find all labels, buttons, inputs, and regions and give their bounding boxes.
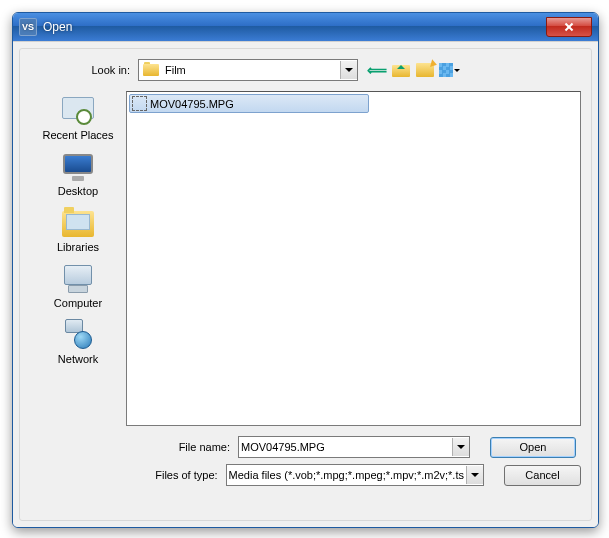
folder-up-icon (392, 63, 410, 77)
close-button[interactable] (546, 17, 592, 37)
filename-label: File name: (130, 441, 238, 453)
lookin-label: Look in: (30, 64, 138, 76)
filename-value[interactable]: MOV04795.MPG (239, 441, 452, 453)
nav-up-button[interactable] (390, 59, 412, 81)
place-label: Computer (54, 297, 102, 309)
filetype-label: Files of type: (130, 469, 226, 481)
place-recent-places[interactable]: Recent Places (35, 91, 121, 145)
libraries-icon (60, 207, 96, 239)
place-label: Libraries (57, 241, 99, 253)
window-title: Open (43, 20, 546, 34)
place-libraries[interactable]: Libraries (35, 203, 121, 257)
file-item[interactable]: MOV04795.MPG (129, 94, 369, 113)
dropdown-arrow-icon[interactable] (452, 438, 469, 456)
cancel-button[interactable]: Cancel (504, 465, 581, 486)
dropdown-arrow-icon[interactable] (466, 466, 483, 484)
app-icon: VS (19, 18, 37, 36)
filename-combobox[interactable]: MOV04795.MPG (238, 436, 470, 458)
place-label: Desktop (58, 185, 98, 197)
network-icon (60, 319, 96, 351)
new-folder-icon (416, 63, 434, 77)
place-computer[interactable]: Computer (35, 259, 121, 313)
video-file-icon (132, 96, 147, 111)
computer-icon (60, 263, 96, 295)
lookin-combobox[interactable]: Film (138, 59, 358, 81)
lookin-value: Film (163, 64, 340, 76)
nav-toolbar: ⟸ (366, 59, 460, 81)
open-button[interactable]: Open (490, 437, 576, 458)
place-label: Network (58, 353, 98, 365)
places-bar: Recent Places Desktop Libraries Computer (30, 91, 126, 426)
nav-back-button[interactable]: ⟸ (366, 59, 388, 81)
place-network[interactable]: Network (35, 315, 121, 369)
nav-newfolder-button[interactable] (414, 59, 436, 81)
file-listing[interactable]: MOV04795.MPG (126, 91, 581, 426)
dropdown-arrow-icon[interactable] (340, 61, 357, 79)
nav-views-button[interactable] (438, 59, 460, 81)
lookin-row: Look in: Film ⟸ (30, 59, 581, 81)
filetype-value: Media files (*.vob;*.mpg;*.mpeg;*.mpv;*.… (227, 469, 466, 481)
arrow-left-icon: ⟸ (367, 62, 387, 78)
place-label: Recent Places (43, 129, 114, 141)
open-dialog: VS Open Look in: Film ⟸ (12, 12, 599, 528)
views-icon (439, 63, 460, 77)
recent-places-icon (60, 95, 96, 127)
filetype-combobox[interactable]: Media files (*.vob;*.mpg;*.mpeg;*.mpv;*.… (226, 464, 484, 486)
file-name: MOV04795.MPG (150, 98, 234, 110)
place-desktop[interactable]: Desktop (35, 147, 121, 201)
client-area: Look in: Film ⟸ Recent Places (13, 41, 598, 527)
desktop-icon (60, 151, 96, 183)
folder-icon (143, 62, 159, 78)
titlebar[interactable]: VS Open (13, 13, 598, 41)
